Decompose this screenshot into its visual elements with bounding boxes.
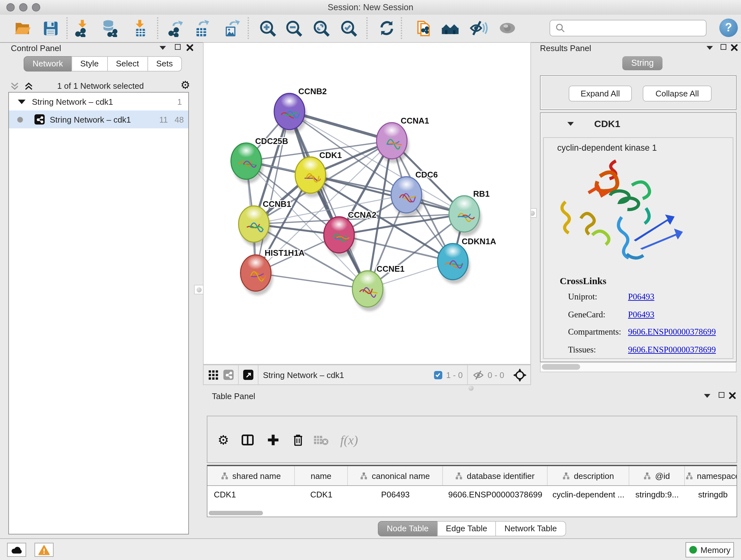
edge-count: 48 — [175, 115, 184, 124]
import-network-icon — [73, 19, 91, 37]
results-scrollbar[interactable] — [540, 362, 737, 372]
column-header-canonical-name[interactable]: canonical name — [348, 466, 443, 485]
import-network-from-database-button[interactable] — [99, 17, 121, 39]
crosslink-link[interactable]: P06493 — [628, 292, 655, 302]
table-toolbar: ⚙ f(x) — [207, 416, 737, 463]
tab-style[interactable]: Style — [71, 56, 108, 71]
panel-float-icon[interactable] — [719, 392, 724, 398]
function-builder-icon[interactable]: f(x) — [335, 430, 363, 449]
panel-float-icon[interactable] — [721, 44, 726, 50]
cloud-button[interactable] — [7, 543, 26, 557]
delete-table-icon[interactable] — [312, 430, 331, 449]
hidden-eye-icon[interactable] — [472, 370, 484, 380]
warning-button[interactable] — [35, 543, 54, 557]
home-button[interactable] — [440, 17, 461, 39]
gene-section: CDK1 cyclin-dependent kinase 1 — [540, 112, 737, 362]
zoom-selected-button[interactable] — [338, 17, 359, 39]
zoom-selected-icon — [339, 19, 358, 37]
table-row[interactable]: CDK1CDK1P064939606.ENSP00000378699cyclin… — [207, 486, 737, 503]
export-image-button[interactable] — [221, 17, 243, 39]
collection-caret-icon[interactable] — [18, 99, 25, 104]
help-button[interactable]: ? — [719, 18, 738, 37]
node-CDC6[interactable]: CDC6 — [391, 170, 438, 217]
string-view-icon[interactable] — [223, 370, 233, 380]
gear-icon[interactable]: ⚙ — [181, 78, 191, 91]
zoom-in-button[interactable] — [257, 17, 278, 39]
zoom-fit-button[interactable] — [310, 17, 332, 39]
crosslink-link[interactable]: 9606.ENSP00000378699 — [628, 327, 716, 337]
edge-CCNB2-CCNE1[interactable] — [289, 111, 367, 289]
zoom-out-button[interactable] — [283, 17, 305, 39]
tab-edge-table[interactable]: Edge Table — [437, 521, 496, 537]
zoom-fit-icon — [312, 19, 330, 37]
column-header-namespace[interactable]: namespace — [685, 466, 737, 485]
panel-menu-icon[interactable] — [706, 46, 713, 50]
panel-close-icon[interactable] — [186, 44, 193, 51]
tab-network[interactable]: Network — [23, 56, 72, 71]
gene-description: cyclin-dependent kinase 1 — [557, 143, 657, 152]
preview-button[interactable] — [496, 17, 518, 39]
toolbar-separator — [258, 365, 259, 384]
results-controls-box: Expand All Collapse All — [540, 75, 737, 110]
tab-network-table[interactable]: Network Table — [495, 521, 566, 537]
delete-column-icon[interactable] — [288, 430, 308, 449]
column-header--id[interactable]: @id — [629, 466, 685, 485]
tab-string[interactable]: String — [622, 56, 663, 70]
create-column-icon[interactable] — [264, 430, 283, 449]
search-input[interactable] — [568, 21, 706, 35]
expand-all-button[interactable]: Expand All — [569, 85, 632, 102]
grid-view-icon[interactable] — [209, 370, 218, 380]
column-header-database-identifier[interactable]: database identifier — [443, 466, 548, 485]
houses-icon — [441, 18, 460, 38]
panel-float-icon[interactable] — [175, 44, 181, 50]
memory-button[interactable]: Memory — [685, 542, 734, 557]
birdseye-view-icon[interactable] — [513, 368, 527, 381]
network-row-selected[interactable]: String Network – cdk1 11 48 — [9, 111, 188, 128]
tab-node-table[interactable]: Node Table — [378, 521, 437, 537]
node-RB1[interactable]: RB1 — [449, 189, 489, 236]
column-header-description[interactable]: description — [548, 466, 629, 485]
protein-structure-image — [555, 157, 689, 267]
node-label-CDK1: CDK1 — [320, 151, 342, 160]
show-hide-button[interactable] — [467, 17, 489, 39]
export-table-button[interactable] — [191, 17, 212, 39]
column-header-shared-name[interactable]: shared name — [207, 466, 295, 485]
network-collection-row[interactable]: String Network – cdk1 1 — [9, 92, 188, 111]
table-settings-gear-icon[interactable]: ⚙ — [214, 430, 233, 449]
selection-status: 1 of 1 Network selected — [3, 81, 198, 91]
column-label: canonical name — [372, 471, 430, 481]
node-CCNA1[interactable]: CCNA1 — [377, 116, 429, 163]
update-button[interactable] — [376, 17, 398, 39]
gene-collapse-icon[interactable] — [567, 122, 574, 126]
network-canvas[interactable]: CCNB2CCNA1CDC25BCDK1CDC6RB1CCNB1CCNA2CDK… — [203, 42, 531, 365]
import-table-button[interactable] — [129, 17, 151, 39]
table-scrollbar-thumb[interactable] — [209, 511, 263, 515]
column-header-name[interactable]: name — [295, 466, 348, 485]
export-network-button[interactable] — [165, 17, 186, 39]
crosslink-link[interactable]: 9606.ENSP00000378699 — [628, 345, 716, 355]
open-session-button[interactable] — [11, 17, 33, 39]
panel-close-icon[interactable] — [731, 44, 738, 51]
import-network-button[interactable] — [71, 17, 93, 39]
node-CCNB2[interactable]: CCNB2 — [274, 87, 327, 134]
panel-menu-icon[interactable] — [704, 394, 711, 398]
crosslink-label: GeneCard: — [568, 309, 605, 319]
left-splitter-handle[interactable] — [194, 285, 204, 294]
detach-view-icon[interactable] — [243, 370, 253, 380]
crosslink-link[interactable]: P06493 — [628, 309, 655, 320]
cytoscape-window: Session: New Session — [0, 0, 741, 560]
tree-column-icon — [221, 472, 228, 479]
node-HIST1H1A[interactable]: HIST1H1A — [241, 248, 305, 295]
panel-menu-icon[interactable] — [159, 46, 166, 50]
gene-name: CDK1 — [594, 118, 620, 129]
tab-sets[interactable]: Sets — [147, 56, 182, 71]
show-columns-icon[interactable] — [238, 430, 257, 449]
selected-checkbox[interactable] — [434, 371, 442, 379]
node-CDKN1A[interactable]: CDKN1A — [437, 237, 496, 284]
panel-close-icon[interactable] — [729, 392, 736, 399]
tab-select[interactable]: Select — [107, 56, 148, 71]
column-label: description — [574, 471, 614, 481]
save-session-button[interactable] — [40, 17, 61, 39]
collapse-all-button[interactable]: Collapse All — [643, 85, 712, 102]
network-snapshot-button[interactable] — [412, 17, 434, 39]
